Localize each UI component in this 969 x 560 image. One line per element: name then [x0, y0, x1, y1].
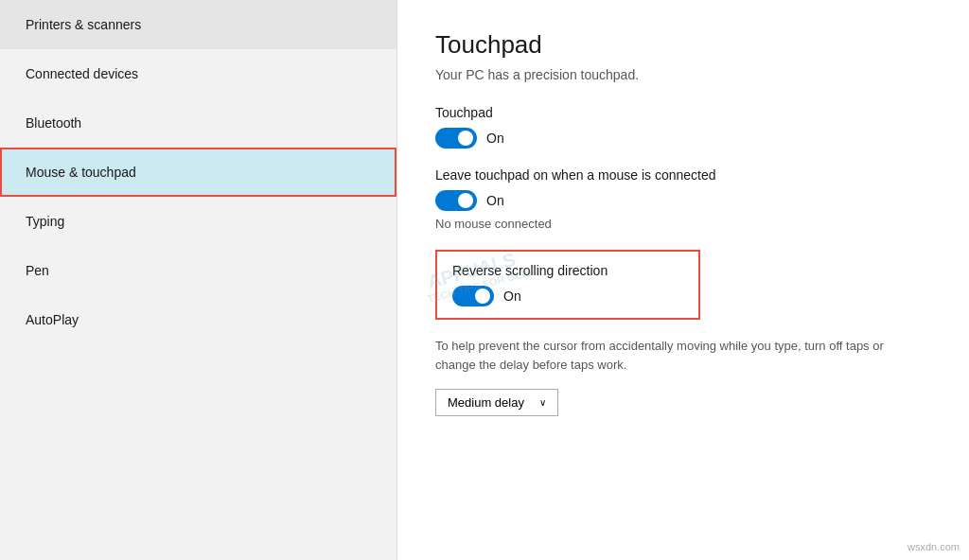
sidebar-item-label: Typing — [26, 214, 64, 229]
chevron-down-icon: ∨ — [539, 397, 546, 408]
page-title: Touchpad — [435, 30, 931, 60]
reverse-scrolling-toggle[interactable] — [452, 286, 494, 306]
touchpad-toggle-row: On — [435, 128, 931, 149]
toggle-thumb — [458, 193, 473, 208]
help-text: To help prevent the cursor from accident… — [435, 337, 890, 374]
sidebar-item-label: Printers & scanners — [26, 17, 141, 32]
touchpad-toggle[interactable] — [435, 128, 477, 149]
sidebar-item-label: Pen — [26, 263, 49, 278]
leave-touchpad-setting-label: Leave touchpad on when a mouse is connec… — [435, 167, 931, 183]
sidebar-item-connected-devices[interactable]: Connected devices — [0, 49, 396, 98]
sidebar-item-mouse-touchpad[interactable]: Mouse & touchpad — [0, 148, 396, 197]
sidebar-item-autoplay[interactable]: AutoPlay — [0, 295, 396, 344]
leave-touchpad-setting-group: Leave touchpad on when a mouse is connec… — [435, 167, 931, 231]
delay-dropdown-button[interactable]: Medium delay ∨ — [435, 389, 558, 416]
touchpad-setting-group: Touchpad On — [435, 105, 931, 149]
main-content: Touchpad Your PC has a precision touchpa… — [397, 0, 969, 560]
reverse-scrolling-toggle-row: On — [452, 286, 683, 306]
leave-touchpad-toggle-label: On — [486, 193, 504, 208]
leave-touchpad-toggle-row: On — [435, 190, 931, 211]
toggle-thumb — [458, 131, 473, 146]
sidebar-item-typing[interactable]: Typing — [0, 197, 396, 246]
reverse-scrolling-label: Reverse scrolling direction — [452, 263, 683, 278]
sidebar-item-bluetooth[interactable]: Bluetooth — [0, 98, 396, 148]
wsxdn-badge: wsxdn.com — [907, 541, 960, 552]
delay-dropdown-container: Medium delay ∨ — [435, 389, 931, 416]
touchpad-setting-label: Touchpad — [435, 105, 931, 120]
sidebar-item-pen[interactable]: Pen — [0, 246, 396, 295]
sidebar-item-label: AutoPlay — [26, 312, 79, 327]
touchpad-toggle-label: On — [486, 131, 504, 146]
reverse-scrolling-toggle-label: On — [503, 289, 521, 304]
delay-dropdown-label: Medium delay — [448, 395, 524, 410]
sidebar-item-label: Bluetooth — [26, 115, 81, 131]
sidebar-item-label: Connected devices — [26, 66, 138, 81]
mouse-status-note: No mouse connected — [435, 217, 931, 231]
leave-touchpad-toggle[interactable] — [435, 190, 477, 211]
toggle-thumb — [475, 289, 490, 304]
sidebar-item-printers[interactable]: Printers & scanners — [0, 0, 396, 49]
reverse-scrolling-box: Reverse scrolling direction On — [435, 250, 700, 320]
subtitle: Your PC has a precision touchpad. — [435, 67, 931, 82]
sidebar-item-label: Mouse & touchpad — [26, 165, 136, 180]
sidebar: Printers & scanners Connected devices Bl… — [0, 0, 397, 560]
